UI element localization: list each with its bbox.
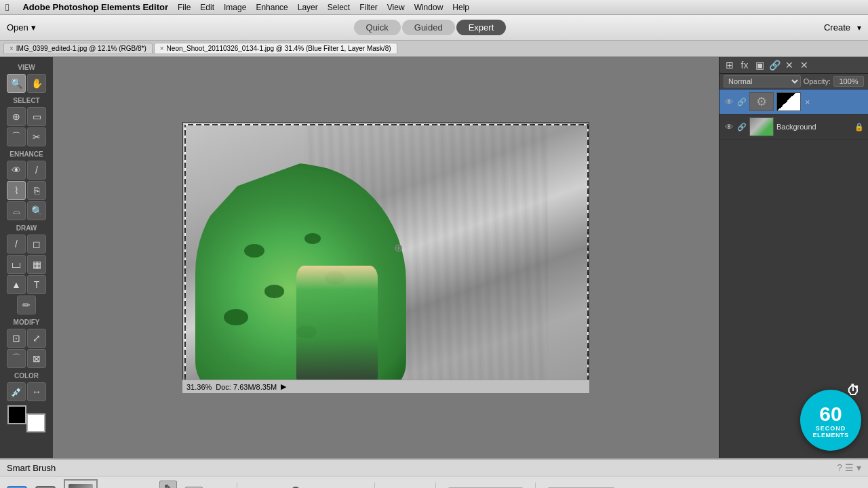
select-section-label: SELECT <box>3 97 50 104</box>
left-toolbar: VIEW 🔍 ✋ SELECT ⊕ ▭ ⌒ ✂ ENHANCE 👁 / ⌇ ⎘ … <box>0 57 53 458</box>
dot5 <box>244 244 264 258</box>
status-bar: 31.36% Doc: 7.63M/8.35M ▶ <box>182 380 589 393</box>
tab-expert[interactable]: Expert <box>456 20 507 35</box>
floating-badge[interactable]: ⏱ 60 SECOND ELEMENTS <box>800 390 861 451</box>
quick-select-tool[interactable]: ✂ <box>27 127 46 146</box>
layer2-visibility-icon[interactable]: 👁 <box>724 122 734 132</box>
menu-edit[interactable]: Edit <box>200 3 214 12</box>
tab-doc1[interactable]: × IMG_0399_edited-1.jpg @ 12.1% (RGB/8*) <box>3 43 153 54</box>
child-figure <box>296 266 378 387</box>
divider1 <box>237 483 237 488</box>
apple-menu[interactable]:  <box>5 1 9 13</box>
open-label: Open <box>7 22 28 33</box>
dot2 <box>264 285 285 298</box>
menu-image[interactable]: Image <box>224 3 246 12</box>
move-tool[interactable]: ⊕ <box>7 107 26 126</box>
tab-close-icon1[interactable]: × <box>9 45 14 52</box>
eyedropper-tool[interactable]: 💉 <box>7 382 26 401</box>
color-box <box>7 405 45 432</box>
tab-quick[interactable]: Quick <box>354 20 401 35</box>
layer1-thumb-adjustment: ⚙ <box>749 92 774 111</box>
background-color-swatch[interactable] <box>26 413 45 432</box>
paint-buttons: ✎ ✕ <box>159 481 177 488</box>
badge-second: SECOND <box>816 425 846 432</box>
color-section-label: COLOR <box>3 372 50 380</box>
menu-layer[interactable]: Layer <box>298 3 318 12</box>
opacity-input[interactable] <box>833 76 864 87</box>
foreground-color-swatch[interactable] <box>7 405 26 424</box>
blend-mode-select[interactable]: Normal <box>724 75 801 87</box>
smart-brush-tool[interactable]: ⌇ <box>7 181 26 200</box>
brush-preview-image <box>68 484 93 488</box>
layer-link-icon[interactable]: 🔗 <box>768 60 781 70</box>
tab-close-icon2[interactable]: × <box>160 45 164 52</box>
menu-select[interactable]: Select <box>328 3 350 12</box>
canvas-area[interactable]: ⊕ 31.36% Doc: 7.63M/8.35M ▶ <box>53 57 719 458</box>
layer-settings-icon[interactable]: ✕ <box>798 60 810 70</box>
tool-options-header: Smart Brush ? ☰ ▾ <box>0 460 868 476</box>
main-content: VIEW 🔍 ✋ SELECT ⊕ ▭ ⌒ ✂ ENHANCE 👁 / ⌇ ⎘ … <box>0 57 868 458</box>
menu-enhance[interactable]: Enhance <box>256 3 288 12</box>
pencil-tool[interactable]: ✏ <box>17 296 36 314</box>
paint-add-button[interactable]: ✎ <box>159 481 177 488</box>
canvas-move-cursor[interactable]: ⊕ <box>394 241 403 254</box>
tab-guided[interactable]: Guided <box>402 20 455 35</box>
zoom-tool[interactable]: 🔍 <box>7 74 26 93</box>
menu-view[interactable]: View <box>387 3 405 12</box>
straighten-tool[interactable]: ⌒ <box>7 349 26 368</box>
custom-shape-tool[interactable]: ▲ <box>7 275 26 294</box>
opacity-label: Opacity: <box>804 77 831 85</box>
layer-mask-icon[interactable]: ▣ <box>753 60 766 70</box>
menu-window[interactable]: Window <box>414 3 443 12</box>
eraser-tool[interactable]: ◻ <box>27 235 46 253</box>
lasso-tool[interactable]: ⌒ <box>7 127 26 146</box>
brush-tool[interactable]: / <box>7 235 26 253</box>
open-chevron-icon[interactable]: ▾ <box>31 22 36 33</box>
layer-trash-icon[interactable]: ✕ <box>783 60 795 70</box>
crop-tool[interactable]: ⊡ <box>7 329 26 348</box>
canvas-container: ⊕ 31.36% Doc: 7.63M/8.35M ▶ <box>182 122 589 393</box>
layer1-visibility-icon[interactable]: 👁 <box>724 97 734 107</box>
color-swapper-tool[interactable]: ↔ <box>27 382 46 401</box>
doc-info-arrow[interactable]: ▶ <box>281 382 286 391</box>
canvas-image[interactable]: ⊕ <box>182 122 589 393</box>
menu-bar:  Adobe Photoshop Elements Editor File E… <box>0 0 868 15</box>
tool-help-icon[interactable]: ? <box>837 462 842 473</box>
content-aware-tool[interactable]: ⊠ <box>27 349 46 368</box>
tab-doc2[interactable]: × Neon_Shoot_20110326_0134-1.jpg @ 31.4%… <box>154 43 397 54</box>
sharpen-tool[interactable]: 🔍 <box>27 201 46 220</box>
menu-file[interactable]: File <box>178 3 191 12</box>
healing-tool[interactable]: / <box>27 161 46 180</box>
marquee-tool[interactable]: ▭ <box>27 107 46 126</box>
tool-menu-icon[interactable]: ☰ <box>845 462 854 473</box>
menu-filter[interactable]: Filter <box>359 3 378 12</box>
modify-section-label: MODIFY <box>3 319 50 326</box>
layer1-link-icon: 🔗 <box>737 98 747 106</box>
layer-compose-icon[interactable]: ⊞ <box>724 60 736 70</box>
open-button[interactable]: Open ▾ <box>7 22 36 33</box>
gradient-tool[interactable]: ▦ <box>27 255 46 274</box>
tool-chevron-icon[interactable]: ▾ <box>856 462 861 473</box>
doc-info: Doc: 7.63M/8.35M <box>216 383 277 391</box>
create-button[interactable]: Create <box>824 22 850 33</box>
paint-bucket-tool[interactable]: ⌴ <box>7 255 26 274</box>
layer-item-blue-filter[interactable]: 👁 🔗 ⚙ × <box>719 89 868 115</box>
layer-item-background[interactable]: 👁 🔗 Background 🔒 <box>719 115 868 140</box>
divider2 <box>374 483 375 488</box>
badge-number: 60 <box>819 403 842 425</box>
clone-tool[interactable]: ⎘ <box>27 181 46 200</box>
stopwatch-icon: ⏱ <box>846 383 860 399</box>
layer2-link-icon: 🔗 <box>737 123 747 131</box>
layer1-close-icon[interactable]: × <box>805 97 810 107</box>
hand-tool[interactable]: ✋ <box>27 74 46 93</box>
layer-fx-icon[interactable]: fx <box>738 60 751 70</box>
red-eye-tool[interactable]: 👁 <box>7 161 26 180</box>
create-chevron-icon[interactable]: ▾ <box>857 23 861 33</box>
menu-help[interactable]: Help <box>452 3 469 12</box>
recompose-tool[interactable]: ⤢ <box>27 329 46 348</box>
layer2-thumb <box>749 117 774 136</box>
brush-preview-thumb[interactable] <box>64 479 98 488</box>
divider4 <box>535 483 536 488</box>
text-tool[interactable]: T <box>27 275 46 294</box>
blur-tool[interactable]: ⌓ <box>7 201 26 220</box>
